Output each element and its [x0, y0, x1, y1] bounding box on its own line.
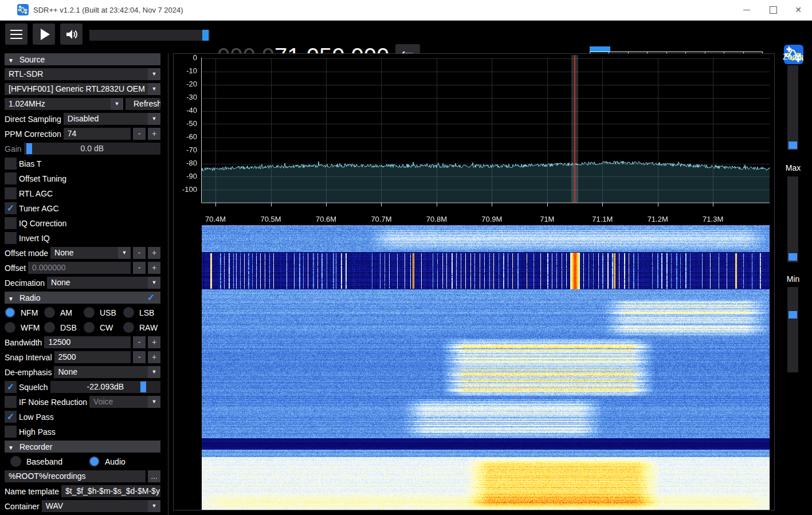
mode-lsb[interactable]: LSB	[123, 307, 160, 318]
container-combo[interactable]: WAV	[42, 500, 160, 512]
max-slider-handle[interactable]	[789, 253, 797, 261]
source-section-label: Source	[19, 55, 45, 64]
squelch-label: Squelch	[19, 383, 48, 392]
sidebar-resize-handle[interactable]	[168, 53, 168, 515]
samplerate-combo[interactable]: 1.024MHz	[5, 98, 123, 110]
if-noise-reduction-combo[interactable]: Voice	[89, 396, 160, 408]
snap-plus-button[interactable]: +	[148, 351, 160, 363]
minimize-icon	[743, 10, 750, 10]
tuner-agc-label: Tuner AGC	[19, 204, 59, 213]
bandwidth-label: Bandwidth	[5, 338, 42, 347]
app-icon	[17, 4, 29, 15]
offset-input[interactable]: 0.000000	[28, 262, 131, 274]
decimation-combo[interactable]: None	[47, 277, 160, 289]
browse-button[interactable]: ...	[148, 470, 160, 482]
squelch-slider[interactable]: -22.093dB	[50, 381, 160, 393]
low-pass-checkbox[interactable]	[5, 411, 17, 423]
lsb-label: LSB	[139, 308, 154, 317]
ppm-correction-input[interactable]: 74	[64, 128, 131, 140]
bias-t-checkbox[interactable]	[5, 158, 17, 170]
offset-mode-minus-button[interactable]: -	[133, 247, 146, 259]
window-title: SDR++ v1.2.1 (Built at 23:42:04, Nov 7 2…	[33, 0, 183, 20]
if-noise-reduction-checkbox[interactable]	[5, 396, 17, 408]
mode-wfm[interactable]: WFM	[5, 322, 42, 333]
volume-slider-handle[interactable]	[202, 30, 209, 41]
offset-minus-button[interactable]: -	[133, 262, 146, 274]
ppm-plus-button[interactable]: +	[148, 128, 160, 140]
toolbar: 000.071.050.000 0102030405060708090	[0, 21, 812, 53]
mode-usb[interactable]: USB	[84, 307, 121, 318]
nfm-radio[interactable]	[5, 307, 15, 318]
deemphasis-label: De-emphasis	[5, 368, 52, 377]
source-driver-combo[interactable]: RTL-SDR	[5, 68, 160, 80]
gain-value: 0.0 dB	[24, 143, 160, 155]
bias-t-label: Bias T	[19, 159, 41, 168]
recorder-mode-baseband[interactable]: Baseband	[5, 456, 89, 467]
invert-iq-checkbox[interactable]	[5, 232, 17, 244]
menu-button[interactable]	[5, 23, 28, 45]
tuner-agc-checkbox[interactable]	[5, 202, 17, 214]
wfm-radio[interactable]	[5, 322, 15, 333]
offset-mode-label: Offset mode	[5, 249, 48, 258]
mode-cw[interactable]: CW	[84, 322, 121, 333]
maximize-button[interactable]	[762, 0, 784, 19]
min-slider[interactable]	[787, 287, 798, 372]
iq-correction-checkbox[interactable]	[5, 217, 17, 229]
rtl-agc-checkbox[interactable]	[5, 187, 17, 199]
offset-plus-button[interactable]: +	[148, 262, 160, 274]
dsb-radio[interactable]	[44, 322, 55, 333]
audio-radio[interactable]	[89, 456, 100, 467]
recorder-section-header[interactable]: Recorder	[5, 441, 160, 453]
bandwidth-input[interactable]: 12500	[44, 336, 131, 348]
iq-correction-label: IQ Correction	[19, 219, 66, 228]
volume-slider[interactable]	[89, 30, 210, 41]
snap-interval-input[interactable]: 2500	[54, 351, 131, 363]
recording-path-input[interactable]: %ROOT%/recordings	[5, 470, 146, 482]
baseband-radio[interactable]	[10, 456, 21, 467]
max-slider[interactable]	[787, 176, 798, 262]
radio-enable-checkbox[interactable]	[145, 292, 157, 304]
gain-label: Gain	[5, 144, 22, 154]
high-pass-checkbox[interactable]	[5, 426, 17, 438]
fft-spectrum-plot[interactable]	[174, 54, 774, 225]
raw-radio[interactable]	[123, 322, 134, 333]
minimize-button[interactable]	[735, 0, 758, 19]
offset-mode-combo[interactable]: None	[50, 247, 131, 259]
usb-radio[interactable]	[84, 307, 95, 318]
bandwidth-minus-button[interactable]: -	[133, 336, 146, 348]
snap-minus-button[interactable]: -	[133, 351, 146, 363]
mode-am[interactable]: AM	[44, 307, 81, 318]
direct-sampling-combo[interactable]: Disabled	[64, 113, 160, 125]
lsb-radio[interactable]	[123, 307, 134, 318]
mode-nfm[interactable]: NFM	[5, 307, 42, 318]
waterfall-display[interactable]	[202, 225, 770, 510]
source-device-combo[interactable]: [HFVHF001] Generic RTL2832U OEM	[5, 83, 160, 95]
deemphasis-combo[interactable]: None	[54, 366, 160, 378]
name-template-input[interactable]: $t_$f_$h-$m-$s_$d-$M-$y	[61, 485, 160, 497]
offset-mode-plus-button[interactable]: +	[148, 247, 160, 259]
close-button[interactable]: ✕	[787, 0, 810, 19]
ppm-minus-button[interactable]: -	[133, 128, 146, 140]
audio-label: Audio	[105, 457, 125, 466]
gain-slider[interactable]: 0.0 dB	[24, 143, 160, 155]
titlebar: SDR++ v1.2.1 (Built at 23:42:04, Nov 7 2…	[0, 0, 812, 21]
volume-mute-button[interactable]	[60, 23, 83, 45]
mode-raw[interactable]: RAW	[123, 322, 160, 333]
squelch-checkbox[interactable]	[5, 381, 17, 393]
zoom-slider-handle[interactable]	[789, 141, 797, 149]
radio-section-header[interactable]: Radio	[5, 292, 160, 304]
cw-radio[interactable]	[84, 322, 95, 333]
am-radio[interactable]	[44, 307, 55, 318]
source-section-header[interactable]: Source	[5, 53, 160, 65]
refresh-button[interactable]: Refresh	[125, 98, 160, 110]
min-slider-handle[interactable]	[789, 311, 797, 319]
wfm-label: WFM	[21, 323, 40, 332]
play-button[interactable]	[33, 23, 55, 45]
bandwidth-plus-button[interactable]: +	[148, 336, 160, 348]
recorder-mode-audio[interactable]: Audio	[89, 456, 160, 467]
offset-tuning-checkbox[interactable]	[5, 172, 17, 184]
mode-dsb[interactable]: DSB	[44, 322, 81, 333]
am-label: AM	[60, 308, 72, 317]
name-template-label: Name template	[5, 487, 59, 496]
zoom-slider[interactable]	[787, 65, 798, 150]
